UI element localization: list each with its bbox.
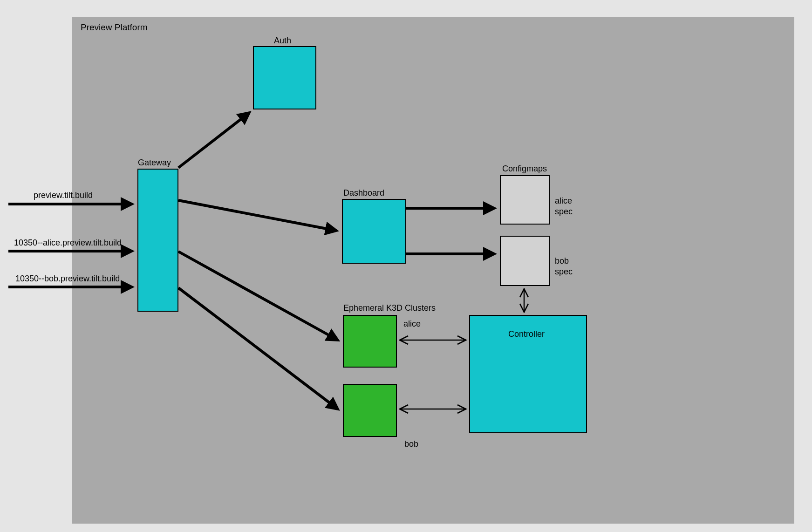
- input-label-1: 10350--alice.preview.tilt.build: [14, 238, 122, 248]
- dashboard-label: Dashboard: [343, 188, 384, 198]
- preview-platform-container: Preview Platform: [72, 17, 794, 524]
- configmap-alice-node: [500, 175, 550, 225]
- platform-title: Preview Platform: [81, 22, 148, 33]
- dashboard-node: [342, 199, 406, 264]
- configmaps-label: Configmaps: [502, 164, 547, 174]
- cluster-bob-label: bob: [404, 439, 418, 449]
- gateway-node: [137, 169, 178, 312]
- controller-label: Controller: [508, 329, 545, 339]
- cluster-alice-node: [343, 315, 397, 368]
- configmap-alice-label: alicespec: [555, 196, 573, 217]
- cluster-bob-node: [343, 384, 397, 437]
- input-label-0: preview.tilt.build: [34, 191, 93, 200]
- configmap-bob-node: [500, 236, 550, 286]
- auth-node: [253, 46, 316, 109]
- gateway-label: Gateway: [138, 158, 171, 168]
- auth-label: Auth: [274, 36, 291, 46]
- cluster-alice-label: alice: [403, 319, 421, 329]
- configmap-bob-label: bobspec: [555, 256, 573, 277]
- clusters-label: Ephemeral K3D Clusters: [343, 303, 436, 313]
- input-label-2: 10350--bob.preview.tilt.build: [15, 274, 120, 284]
